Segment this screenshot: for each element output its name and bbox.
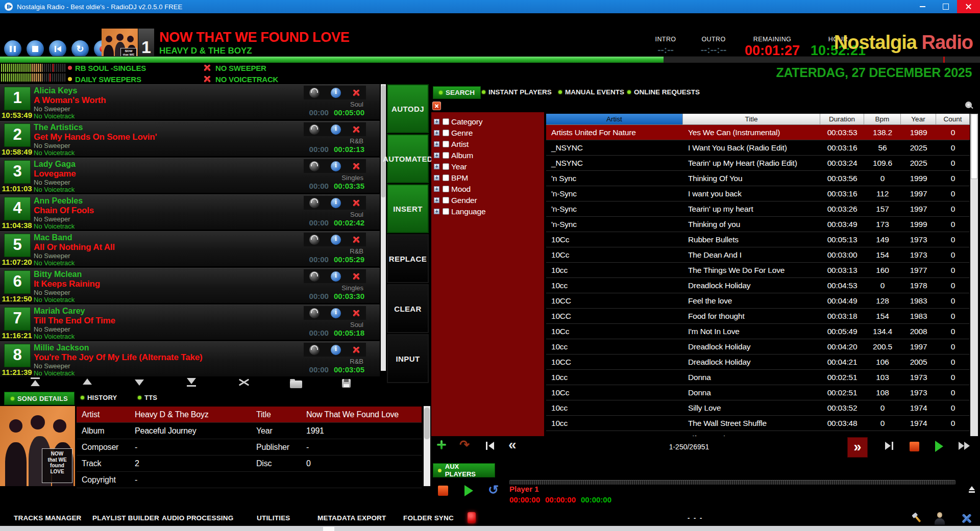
info-icon[interactable] bbox=[331, 124, 341, 135]
playlist-row[interactable]: 7 11:16:21 Mariah Carey Till The End Of … bbox=[0, 305, 380, 340]
filter-tree-item[interactable]: + Genre bbox=[431, 128, 544, 139]
info-icon[interactable] bbox=[331, 198, 341, 208]
load-playlist-icon[interactable] bbox=[290, 381, 302, 388]
filter-tree-item[interactable]: + Category bbox=[431, 116, 544, 128]
info-icon[interactable] bbox=[331, 271, 341, 282]
playlist-row[interactable]: 8 11:21:39 Millie Jackson You're The Joy… bbox=[0, 341, 380, 376]
results-table-row[interactable]: 10cc The Things We Do For Love 00:03:13 … bbox=[546, 263, 970, 278]
first-page-icon[interactable] bbox=[486, 442, 495, 450]
search-tab[interactable]: INSTANT PLAYERS bbox=[482, 88, 552, 96]
next-page-button[interactable]: » bbox=[847, 437, 868, 458]
preview-stop-icon[interactable] bbox=[910, 442, 919, 451]
remove-icon[interactable] bbox=[352, 89, 360, 97]
remove-icon[interactable] bbox=[352, 199, 360, 207]
results-table-row[interactable]: 10cc Dreadlock Holiday 00:04:53 0 1978 0 bbox=[546, 278, 970, 293]
results-table-row[interactable]: 10CC Dreadlock Holiday 00:04:21 106 2005… bbox=[546, 355, 970, 370]
results-table-row[interactable]: 10Cc The Dean And I 00:03:00 154 1973 0 bbox=[546, 247, 970, 263]
playlist-scrollbar[interactable] bbox=[381, 84, 386, 371]
pause-button[interactable] bbox=[4, 40, 21, 58]
results-table-row[interactable]: 10CC Feel the love 00:04:49 128 1983 0 bbox=[546, 293, 970, 309]
preview-icon[interactable] bbox=[309, 124, 320, 135]
preview-icon[interactable] bbox=[309, 345, 320, 355]
filter-tree-item[interactable]: + Language bbox=[431, 206, 544, 217]
remove-icon[interactable] bbox=[352, 309, 360, 317]
filter-tree-item[interactable]: + Mood bbox=[431, 184, 544, 195]
results-table-row[interactable]: 10cc Dreadlock Holiday 00:04:20 200.5 19… bbox=[546, 339, 970, 355]
playlist-row[interactable]: 5 11:07:20 Mac Band All Or Nothing At Al… bbox=[0, 231, 380, 266]
results-table-row[interactable]: 10Cc Rubber Bullets 00:05:13 149 1973 0 bbox=[546, 232, 970, 247]
add-to-playlist-icon[interactable] bbox=[437, 440, 446, 449]
expand-icon[interactable]: + bbox=[434, 141, 439, 147]
preview-icon[interactable] bbox=[309, 308, 320, 318]
preview-icon[interactable] bbox=[309, 88, 320, 98]
toolbar-menu-item[interactable]: TRACKS MANAGER bbox=[14, 514, 82, 522]
preview-icon[interactable] bbox=[309, 198, 320, 208]
remove-icon[interactable] bbox=[352, 162, 360, 170]
details-tab[interactable]: TTS bbox=[138, 394, 157, 401]
results-table-row[interactable]: 10Cc Donna 00:02:51 108 1973 0 bbox=[546, 385, 970, 400]
refresh-icon[interactable]: ↷ bbox=[459, 438, 470, 452]
filter-checkbox[interactable] bbox=[443, 197, 449, 204]
results-table-row[interactable]: 10Cc I'm Not In Love 00:05:49 134.4 2008… bbox=[546, 324, 970, 339]
column-header[interactable]: Count Played bbox=[936, 114, 970, 125]
toolbar-menu-item[interactable]: FOLDER SYNC bbox=[403, 514, 454, 522]
search-tab[interactable]: SEARCH bbox=[433, 86, 481, 99]
results-table-row[interactable]: 'n-Sync Tearin' up my heart 00:03:26 157… bbox=[546, 201, 970, 217]
save-playlist-icon[interactable] bbox=[342, 379, 351, 388]
results-scrollbar[interactable] bbox=[970, 114, 978, 436]
filter-tree-item[interactable]: + Album bbox=[431, 150, 544, 161]
preview-icon[interactable] bbox=[309, 235, 320, 245]
column-header[interactable]: Title bbox=[683, 114, 820, 125]
remove-icon[interactable] bbox=[352, 272, 360, 281]
queue-mode-button[interactable]: AUTODJ bbox=[387, 84, 429, 133]
move-to-top-icon[interactable] bbox=[29, 376, 41, 388]
aux-seekbar[interactable] bbox=[509, 480, 955, 485]
move-up-icon[interactable] bbox=[81, 376, 93, 388]
expand-icon[interactable]: + bbox=[434, 130, 439, 136]
remove-icon[interactable] bbox=[352, 125, 360, 134]
close-button[interactable] bbox=[957, 0, 980, 13]
fullscreen-toggle-icon[interactable] bbox=[962, 513, 972, 523]
search-tab[interactable]: ONLINE REQUESTS bbox=[627, 88, 700, 96]
aux-players-button[interactable]: AUX PLAYERS bbox=[433, 463, 495, 477]
results-table-row[interactable]: 10cc The Wall Street Shuffle 00:03:48 0 … bbox=[546, 416, 970, 431]
filter-tree-item[interactable]: + BPM bbox=[431, 172, 544, 184]
remove-icon[interactable] bbox=[352, 346, 360, 354]
playlist-row[interactable]: 3 11:01:03 Lady Gaga Lovegame No Sweeper… bbox=[0, 158, 380, 193]
info-icon[interactable] bbox=[331, 308, 341, 318]
search-magnifier-icon[interactable] bbox=[965, 101, 974, 110]
last-page-icon[interactable] bbox=[885, 442, 894, 450]
preview-icon[interactable] bbox=[309, 161, 320, 171]
filter-tree-item[interactable]: + Gender bbox=[431, 195, 544, 206]
expand-icon[interactable]: + bbox=[434, 153, 439, 158]
results-table-row[interactable]: 10cc Life Is A Minestrone 00:04:08 0 197… bbox=[546, 431, 970, 436]
filter-checkbox[interactable] bbox=[443, 152, 449, 159]
results-table-row[interactable]: _NSYNC Tearin' up My Heart (Radio Edit) … bbox=[546, 156, 970, 171]
queue-mode-button[interactable]: AUTOMATED bbox=[387, 134, 429, 183]
stop-button[interactable] bbox=[27, 40, 44, 58]
minimize-button[interactable] bbox=[911, 0, 934, 13]
column-header[interactable]: Duration bbox=[820, 114, 864, 125]
aux-play-icon[interactable] bbox=[464, 485, 473, 496]
filter-checkbox[interactable] bbox=[443, 130, 449, 136]
playlist-row[interactable]: 4 11:04:38 Ann Peebles Chain Of Fools No… bbox=[0, 194, 380, 230]
results-table-row[interactable]: 'n-Sync I want you back 00:03:16 112 199… bbox=[546, 186, 970, 201]
column-header[interactable]: Bpm bbox=[864, 114, 901, 125]
move-to-bottom-icon[interactable] bbox=[185, 376, 198, 388]
toolbar-menu-item[interactable]: AUDIO PROCESSING bbox=[162, 514, 233, 522]
queue-mode-button[interactable]: INPUT bbox=[387, 334, 429, 383]
shuffle-icon[interactable] bbox=[238, 376, 250, 388]
column-header[interactable]: Year bbox=[901, 114, 936, 125]
results-table-row[interactable]: 10CC Food for thought 00:03:18 154 1983 … bbox=[546, 309, 970, 324]
repeat-button[interactable] bbox=[71, 40, 89, 58]
filter-tree-item[interactable]: + Year bbox=[431, 161, 544, 172]
playlist-row[interactable]: 1 10:53:49 Alicia Keys A Woman's Worth N… bbox=[0, 84, 380, 119]
filter-checkbox[interactable] bbox=[443, 186, 449, 192]
clear-filter-icon[interactable] bbox=[432, 102, 441, 110]
info-icon[interactable] bbox=[331, 235, 341, 245]
skip-forward-icon[interactable] bbox=[959, 442, 972, 450]
info-icon[interactable] bbox=[331, 161, 341, 171]
playlist-row[interactable]: 2 10:58:49 The Artistics Get My Hands On… bbox=[0, 121, 380, 156]
results-table-row[interactable]: 'n-Sync Thinking of you 00:03:49 173 199… bbox=[546, 217, 970, 232]
column-header[interactable]: Artist bbox=[546, 114, 683, 125]
